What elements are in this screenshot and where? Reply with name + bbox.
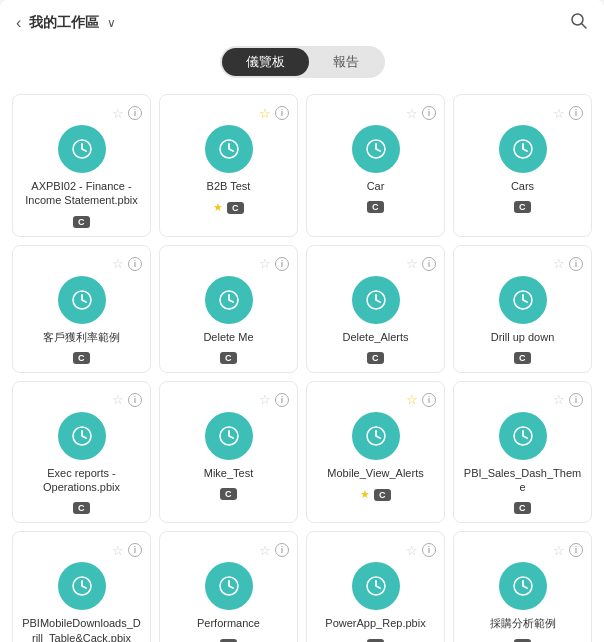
info-icon[interactable]: i <box>128 257 142 271</box>
badge-c: C <box>514 201 531 213</box>
info-icon[interactable]: i <box>128 543 142 557</box>
svg-line-1 <box>582 24 587 29</box>
tab-group: 儀覽板 報告 <box>220 46 385 78</box>
list-item[interactable]: ☆i 採購分析範例C <box>453 531 592 642</box>
badge-c: C <box>367 352 384 364</box>
list-item[interactable]: ☆i Mobile_View_Alerts★C <box>306 381 445 524</box>
report-icon <box>499 276 547 324</box>
report-icon <box>58 125 106 173</box>
star-icon[interactable]: ☆ <box>406 106 418 121</box>
back-icon[interactable]: ‹ <box>16 14 21 32</box>
card-name: Mike_Test <box>204 466 254 480</box>
badge-c: C <box>73 352 90 364</box>
report-icon <box>58 276 106 324</box>
star-icon[interactable]: ☆ <box>553 106 565 121</box>
list-item[interactable]: ☆i 客戶獲利率範例C <box>12 245 151 373</box>
list-item[interactable]: ☆i Drill up downC <box>453 245 592 373</box>
card-badge-row: ★C <box>360 488 391 501</box>
list-item[interactable]: ☆i CarsC <box>453 94 592 237</box>
card-icons-row: ☆i <box>315 256 436 272</box>
chevron-down-icon[interactable]: ∨ <box>107 16 116 30</box>
report-icon <box>352 276 400 324</box>
page-title: 我的工作區 <box>29 14 99 32</box>
list-item[interactable]: ☆i Exec reports - Operations.pbixC <box>12 381 151 524</box>
info-icon[interactable]: i <box>569 257 583 271</box>
info-icon[interactable]: i <box>128 106 142 120</box>
star-icon[interactable]: ☆ <box>112 392 124 407</box>
star-badge: ★ <box>213 201 223 214</box>
card-name: Performance <box>197 616 260 630</box>
card-icons-row: ☆i <box>462 105 583 121</box>
star-icon[interactable]: ☆ <box>112 543 124 558</box>
report-icon <box>499 562 547 610</box>
report-icon <box>352 562 400 610</box>
badge-c: C <box>374 489 391 501</box>
report-icon <box>58 412 106 460</box>
card-icons-row: ☆i <box>21 256 142 272</box>
card-icons-row: ☆i <box>462 542 583 558</box>
star-icon[interactable]: ☆ <box>112 106 124 121</box>
info-icon[interactable]: i <box>569 543 583 557</box>
card-icons-row: ☆i <box>315 105 436 121</box>
report-icon <box>352 412 400 460</box>
card-name: Delete_Alerts <box>342 330 408 344</box>
report-icon <box>205 276 253 324</box>
info-icon[interactable]: i <box>422 257 436 271</box>
star-icon[interactable]: ☆ <box>553 543 565 558</box>
list-item[interactable]: ☆i PowerApp_Rep.pbixC <box>306 531 445 642</box>
list-item[interactable]: ☆i Delete MeC <box>159 245 298 373</box>
list-item[interactable]: ☆i AXPBI02 - Finance - Income Statement.… <box>12 94 151 237</box>
card-name: AXPBI02 - Finance - Income Statement.pbi… <box>21 179 142 208</box>
list-item[interactable]: ☆i Delete_AlertsC <box>306 245 445 373</box>
tab-dashboard[interactable]: 儀覽板 <box>222 48 309 76</box>
badge-c: C <box>73 216 90 228</box>
list-item[interactable]: ☆i PerformanceC <box>159 531 298 642</box>
tab-report[interactable]: 報告 <box>309 48 383 76</box>
star-icon[interactable]: ☆ <box>259 543 271 558</box>
list-item[interactable]: ☆i PBI_Sales_Dash_ThemeC <box>453 381 592 524</box>
info-icon[interactable]: i <box>422 393 436 407</box>
star-badge: ★ <box>360 488 370 501</box>
star-icon[interactable]: ☆ <box>259 106 271 121</box>
star-icon[interactable]: ☆ <box>406 392 418 407</box>
list-item[interactable]: ☆i Mike_TestC <box>159 381 298 524</box>
card-name: Car <box>367 179 385 193</box>
list-item[interactable]: ☆i PBIMobileDownloads_Drill_Table&Cack.p… <box>12 531 151 642</box>
search-icon[interactable] <box>570 12 588 34</box>
card-name: Exec reports - Operations.pbix <box>21 466 142 495</box>
card-icons-row: ☆i <box>462 256 583 272</box>
card-icons-row: ☆i <box>315 392 436 408</box>
info-icon[interactable]: i <box>275 543 289 557</box>
info-icon[interactable]: i <box>128 393 142 407</box>
info-icon[interactable]: i <box>422 106 436 120</box>
report-icon <box>205 412 253 460</box>
info-icon[interactable]: i <box>569 106 583 120</box>
star-icon[interactable]: ☆ <box>553 392 565 407</box>
star-icon[interactable]: ☆ <box>112 256 124 271</box>
info-icon[interactable]: i <box>275 257 289 271</box>
card-icons-row: ☆i <box>21 105 142 121</box>
info-icon[interactable]: i <box>275 393 289 407</box>
info-icon[interactable]: i <box>569 393 583 407</box>
star-icon[interactable]: ☆ <box>553 256 565 271</box>
card-icons-row: ☆i <box>315 542 436 558</box>
card-badge-row: C <box>514 201 531 213</box>
star-icon[interactable]: ☆ <box>259 392 271 407</box>
info-icon[interactable]: i <box>422 543 436 557</box>
card-icons-row: ☆i <box>168 256 289 272</box>
report-icon <box>58 562 106 610</box>
badge-c: C <box>220 352 237 364</box>
star-icon[interactable]: ☆ <box>259 256 271 271</box>
card-badge-row: C <box>220 488 237 500</box>
report-icon <box>352 125 400 173</box>
list-item[interactable]: ☆i B2B Test★C <box>159 94 298 237</box>
card-badge-row: C <box>73 216 90 228</box>
card-grid: ☆i AXPBI02 - Finance - Income Statement.… <box>12 94 592 642</box>
card-name: PowerApp_Rep.pbix <box>325 616 425 630</box>
info-icon[interactable]: i <box>275 106 289 120</box>
list-item[interactable]: ☆i CarC <box>306 94 445 237</box>
badge-c: C <box>367 201 384 213</box>
report-icon <box>499 125 547 173</box>
star-icon[interactable]: ☆ <box>406 543 418 558</box>
star-icon[interactable]: ☆ <box>406 256 418 271</box>
